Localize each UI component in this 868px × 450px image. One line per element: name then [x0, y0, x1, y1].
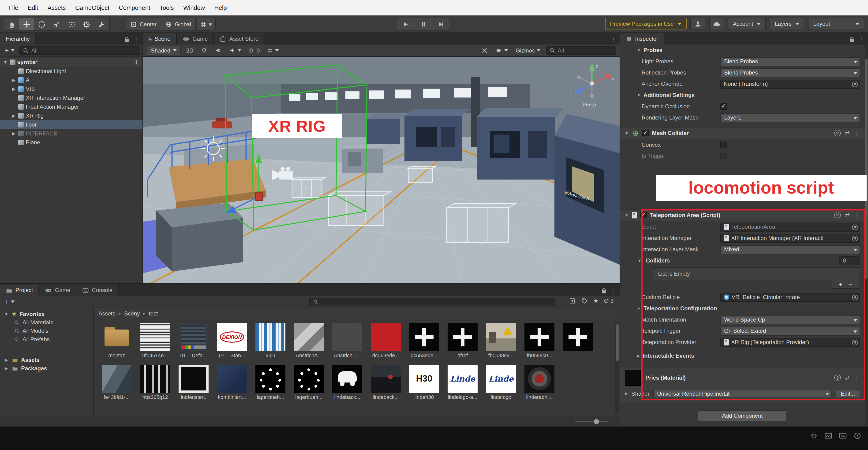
component-enabled-checkbox[interactable] [640, 212, 647, 218]
foldout-closed-icon[interactable]: ▶ [625, 391, 627, 396]
scene-hidden-count-toggle[interactable]: 0 [246, 47, 261, 54]
kebab-menu-icon[interactable] [610, 36, 616, 43]
favorite-all-materials[interactable]: All Materials [0, 318, 93, 327]
asset-item[interactable]: AnstrichLi... [330, 323, 365, 358]
asset-item[interactable]: dc563ede... [407, 323, 441, 358]
image-status-icon[interactable] [839, 432, 847, 440]
presets-icon[interactable] [845, 374, 850, 381]
hidden-packages-count[interactable]: 3 [604, 298, 614, 304]
grid-snap-button[interactable] [197, 18, 215, 30]
lock-icon[interactable] [850, 39, 854, 42]
scene-viewport[interactable]: MAHO 600 S [143, 57, 620, 283]
object-picker-icon[interactable] [852, 236, 858, 241]
asset-item[interactable]: montaz [99, 323, 134, 358]
asset-item[interactable]: fb0588c9... [484, 323, 518, 358]
object-picker-icon[interactable] [852, 81, 858, 87]
sidebar-item-assets[interactable]: ▶ Assets [0, 356, 93, 364]
help-icon[interactable] [834, 374, 841, 381]
kebab-menu-icon[interactable] [610, 288, 616, 294]
menu-component[interactable]: Component [114, 0, 155, 15]
layout-dropdown[interactable]: Layout [808, 18, 864, 30]
asset-item[interactable]: 01__Defa... [176, 323, 211, 358]
scale-tool-button[interactable] [49, 18, 64, 30]
asset-item[interactable]: dfref [445, 323, 480, 358]
interaction-manager-field[interactable]: XR Interaction Manager (XR Interacti [720, 234, 860, 243]
menu-tools[interactable]: Tools [155, 0, 179, 15]
cloud-button[interactable] [709, 18, 724, 30]
pause-button[interactable] [414, 18, 432, 30]
asset-item[interactable]: hbs265g12 [138, 365, 173, 400]
is-trigger-checkbox[interactable] [720, 153, 727, 159]
teleport-trigger-dropdown[interactable]: On Select Exited [720, 327, 860, 335]
interactable-events-foldout[interactable]: Interactable Events [620, 350, 865, 362]
anchor-override-field[interactable]: None (Transform) [720, 80, 860, 88]
tab-hierarchy[interactable]: Hierarchy [0, 33, 36, 44]
inspector-scrollbar[interactable] [865, 44, 868, 426]
probes-section-header[interactable]: Probes [620, 44, 865, 56]
layers-dropdown[interactable]: Layers [770, 18, 804, 30]
asset-thumbnail[interactable] [294, 365, 324, 393]
asset-item[interactable]: kombiniert... [215, 365, 249, 400]
menu-file[interactable]: File [4, 0, 23, 15]
foldout-icon[interactable]: ▶ [11, 113, 17, 118]
asset-thumbnail[interactable] [179, 323, 209, 351]
pivot-center-button[interactable]: Center [126, 18, 161, 30]
asset-item[interactable]: indfenster1 [176, 365, 211, 400]
scene-camera-dropdown[interactable] [494, 47, 510, 54]
editor-tools-button[interactable] [480, 47, 490, 54]
object-picker-icon[interactable] [852, 224, 858, 230]
toggle-2d-button[interactable]: 2D [184, 47, 195, 54]
kebab-menu-icon[interactable] [854, 375, 860, 381]
object-picker-icon[interactable] [852, 340, 858, 345]
create-asset-button[interactable]: + [3, 298, 17, 306]
foldout-icon[interactable]: ▶ [11, 87, 17, 91]
add-component-button[interactable]: Add Component [698, 410, 787, 421]
asset-thumbnail[interactable] [140, 365, 170, 393]
scrollbar-thumb[interactable] [865, 59, 868, 279]
slider-thumb[interactable] [594, 419, 599, 424]
list-add-button[interactable]: + [839, 281, 842, 288]
object-picker-icon[interactable] [852, 295, 858, 300]
hierarchy-item-input-action-manager[interactable]: Input Action Manager [0, 102, 143, 111]
menu-help[interactable]: Help [210, 0, 231, 15]
colliders-size-field[interactable]: 0 [839, 256, 860, 265]
kebab-menu-icon[interactable] [854, 130, 860, 136]
image-status-icon[interactable] [825, 432, 832, 440]
thumbnail-zoom-slider[interactable] [575, 421, 608, 422]
gizmos-dropdown[interactable]: Gizmos [514, 47, 542, 54]
foldout-open-icon[interactable]: ▼ [637, 258, 642, 263]
asset-item[interactable]: 9uju [253, 323, 288, 358]
foldout-open-icon[interactable]: ▼ [4, 312, 9, 317]
breadcrumb-assets[interactable]: Assets [98, 310, 115, 317]
match-orientation-dropdown[interactable]: World Space Up [720, 315, 860, 324]
asset-item[interactable]: lindeback... [368, 365, 403, 400]
asset-item[interactable]: dc563ede... [368, 323, 403, 358]
asset-thumbnail[interactable] [332, 323, 362, 351]
asset-thumbnail[interactable] [179, 365, 209, 393]
breadcrumb-sceny[interactable]: Scény [124, 310, 140, 317]
material-preview[interactable] [625, 370, 641, 386]
asset-item[interactable]: Lindelindelogo [484, 365, 518, 400]
menu-assets[interactable]: Assets [43, 0, 70, 15]
project-scrollbar[interactable] [615, 323, 619, 414]
move-tool-button[interactable] [19, 18, 34, 30]
asset-thumbnail[interactable] [524, 323, 554, 351]
custom-tool-button[interactable] [94, 18, 109, 30]
hierarchy-scene-root[interactable]: ▼ vyroba* [0, 58, 143, 66]
menu-window[interactable]: Window [179, 0, 210, 15]
kebab-menu-icon[interactable] [133, 59, 143, 65]
foldout-open-icon[interactable]: ▼ [3, 60, 8, 64]
lock-icon[interactable] [125, 39, 129, 42]
scene-lighting-toggle[interactable] [198, 47, 209, 54]
play-button[interactable] [397, 18, 414, 30]
hierarchy-item-plane[interactable]: Plane [0, 138, 143, 147]
tab-console[interactable]: Console [76, 284, 119, 296]
shader-edit-button[interactable]: Edit... [836, 389, 860, 398]
transform-tool-button[interactable] [79, 18, 94, 30]
asset-item[interactable]: DEXION07__Stan... [215, 323, 249, 358]
asset-item[interactable]: 0f04614e... [138, 323, 173, 358]
presets-icon[interactable] [845, 130, 850, 137]
tab-asset-store[interactable]: Asset Store [214, 33, 265, 44]
hand-tool-button[interactable] [4, 18, 19, 30]
asset-thumbnail[interactable] [255, 323, 285, 351]
